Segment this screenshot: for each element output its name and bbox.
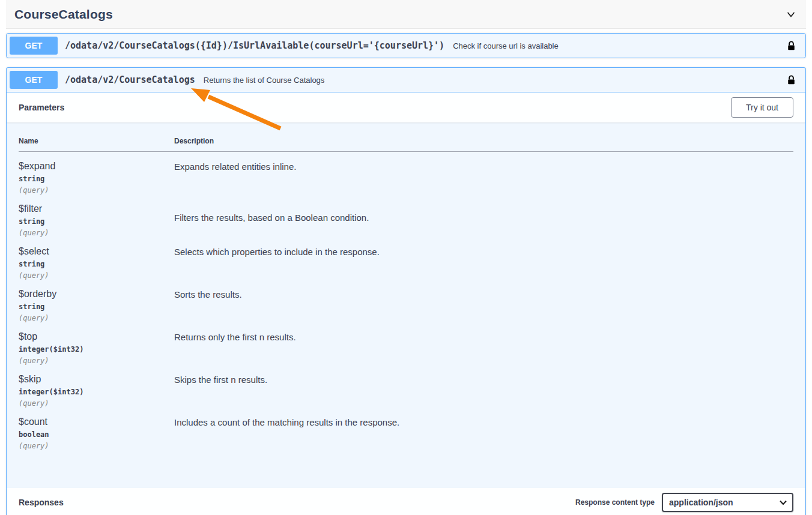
responses-section-header: Responses Response content type applicat…: [7, 488, 805, 515]
parameter-location: (query): [19, 271, 174, 280]
opblock-coursecatalogs-list: GET /odata/v2/CourseCatalogs Returns the…: [6, 67, 806, 515]
parameter-name: $top: [19, 331, 174, 342]
tag-title: CourseCatalogs: [14, 7, 113, 22]
parameter-location: (query): [19, 399, 174, 408]
parameter-location: (query): [19, 186, 174, 194]
parameter-name: $orderby: [19, 289, 174, 300]
parameter-type: integer($int32): [19, 345, 174, 354]
response-content-type-select[interactable]: application/json: [662, 493, 793, 512]
parameter-description: Includes a count of the matching results…: [174, 417, 793, 427]
parameter-type: string: [19, 217, 174, 226]
auth-lock-button[interactable]: [783, 73, 799, 87]
parameter-type: string: [19, 175, 174, 183]
parameter-row: $skip integer($int32) (query) Skips the …: [19, 365, 793, 408]
operation-summary-coursecatalogs[interactable]: GET /odata/v2/CourseCatalogs Returns the…: [7, 68, 805, 92]
parameter-row: $count boolean (query) Includes a count …: [19, 408, 793, 450]
auth-lock-button[interactable]: [783, 39, 799, 53]
http-method-badge: GET: [10, 71, 58, 89]
parameter-description: Skips the first n results.: [174, 374, 793, 385]
column-header-description: Description: [174, 130, 793, 152]
parameter-row: $select string (query) Selects which pro…: [19, 237, 793, 280]
operation-path: /odata/v2/CourseCatalogs: [65, 74, 195, 85]
parameter-location: (query): [19, 442, 174, 450]
response-content-type-label: Response content type: [575, 498, 655, 507]
parameter-description: Sorts the results.: [174, 289, 793, 300]
parameter-type: boolean: [19, 430, 174, 439]
parameters-table-container: Name Description $expand string (query) …: [7, 122, 805, 488]
parameter-name: $select: [19, 246, 174, 257]
parameter-location: (query): [19, 314, 174, 322]
parameter-type: string: [19, 260, 174, 268]
chevron-down-icon[interactable]: [784, 8, 798, 21]
parameter-description: Expands related entities inline.: [174, 161, 793, 172]
parameter-row: $orderby string (query) Sorts the result…: [19, 280, 793, 322]
operation-description: Check if course url is available: [453, 41, 559, 50]
parameter-row: $top integer($int32) (query) Returns onl…: [19, 322, 793, 365]
operation-path: /odata/v2/CourseCatalogs({Id})/IsUrlAvai…: [65, 40, 444, 51]
parameter-row: $expand string (query) Expands related e…: [19, 152, 793, 195]
opblock-isurlavailable: GET /odata/v2/CourseCatalogs({Id})/IsUrl…: [6, 33, 806, 58]
parameter-location: (query): [19, 357, 174, 365]
parameter-type: string: [19, 303, 174, 311]
parameter-description: Returns only the first n results.: [174, 331, 793, 342]
parameter-type: integer($int32): [19, 388, 174, 396]
parameter-name: $skip: [19, 374, 174, 385]
parameter-description: Filters the results, based on a Boolean …: [174, 203, 793, 223]
responses-title: Responses: [19, 498, 64, 507]
parameter-name: $expand: [19, 161, 174, 172]
operation-summary-isurlavailable[interactable]: GET /odata/v2/CourseCatalogs({Id})/IsUrl…: [7, 34, 805, 58]
lock-icon: [787, 40, 796, 52]
parameters-table: Name Description $expand string (query) …: [19, 130, 793, 450]
http-method-badge: GET: [10, 37, 58, 55]
parameter-description: Selects which properties to include in t…: [174, 246, 793, 257]
parameter-name: $filter: [19, 203, 174, 214]
operation-description: Returns the list of Course Catalogs: [204, 76, 325, 85]
tag-header-coursecatalogs[interactable]: CourseCatalogs: [6, 0, 806, 29]
parameters-section-header: Parameters Try it out: [7, 92, 805, 122]
try-it-out-button[interactable]: Try it out: [731, 97, 793, 118]
parameter-row: $filter string (query) Filters the resul…: [19, 194, 793, 237]
column-header-name: Name: [19, 130, 174, 152]
parameters-title: Parameters: [19, 103, 64, 112]
lock-icon: [787, 74, 796, 86]
swagger-page: CourseCatalogs GET /odata/v2/CourseCatal…: [0, 0, 812, 515]
parameter-name: $count: [19, 417, 174, 427]
parameter-location: (query): [19, 229, 174, 237]
